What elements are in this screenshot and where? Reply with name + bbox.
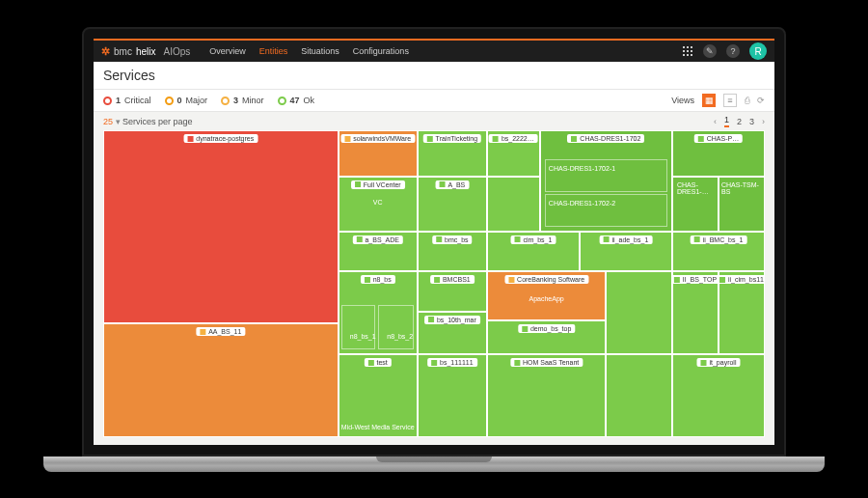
page-1[interactable]: 1	[724, 115, 729, 127]
tile-a-bs[interactable]: A_BS	[418, 177, 487, 232]
nav-configurations[interactable]: Configurations	[353, 46, 409, 56]
tile-ii-bs-top[interactable]: II_BS_TOP	[672, 271, 719, 354]
tile-n8-bs[interactable]: n8_bs n8_bs_1 n8_bs_2	[339, 271, 418, 354]
tile-corebanking[interactable]: CoreBanking Software ApacheApp	[487, 271, 606, 320]
views-label: Views	[671, 96, 694, 105]
perpage-label: Services per page	[122, 117, 193, 126]
status-critical[interactable]: 1 Critical	[103, 96, 151, 105]
tile-hom-saas[interactable]: HOM SaaS Tenant	[487, 354, 606, 437]
list-view-icon[interactable]: ≡	[723, 94, 737, 107]
perpage-caret-icon[interactable]: ▾	[113, 117, 122, 126]
laptop-base	[43, 456, 825, 472]
services-treemap: dynatrace-postgres AA_BS_11 solarwindsVM…	[103, 130, 765, 437]
tile-chas-tsm[interactable]: CHAS-TSM-BS	[719, 177, 765, 232]
tile-test[interactable]: test Mid-West Media Service	[339, 354, 418, 437]
minor-dot-icon	[221, 97, 230, 105]
brand-product: AIOps	[163, 46, 190, 57]
tile-spacer-3[interactable]	[606, 354, 672, 437]
nav-overview[interactable]: Overview	[209, 46, 246, 56]
app-screen: ✲ bmc helix AIOps Overview Entities Situ…	[94, 39, 774, 445]
tile-ii-cim[interactable]: ii_cim_bs11	[719, 271, 765, 354]
status-bar: 1 Critical 0 Major 3 Minor 47 Ok Views ▦	[94, 89, 774, 112]
nav-entities[interactable]: Entities	[259, 46, 288, 56]
tile-cim-bs-1[interactable]: cim_bs_1	[487, 232, 580, 271]
apps-grid-icon[interactable]	[682, 45, 693, 57]
page-title: Services	[94, 62, 774, 89]
brand-bmc: bmc	[114, 46, 132, 57]
page-3[interactable]: 3	[749, 117, 754, 126]
status-major[interactable]: 0 Major	[165, 96, 208, 105]
tile-chas-dres1b[interactable]: CHAS-DRES1-…	[672, 177, 719, 232]
tile-full-vcenter[interactable]: Full VCenter VC	[339, 177, 418, 232]
brand: ✲ bmc helix AIOps	[101, 45, 190, 58]
tile-a-bs-ade[interactable]: a_BS_ADE	[339, 232, 418, 271]
tile-bmcbs1[interactable]: BMCBS1	[418, 271, 487, 311]
refresh-icon[interactable]: ⟳	[757, 96, 765, 105]
tile-demo-bs[interactable]: demo_bs_top	[487, 320, 606, 354]
status-minor[interactable]: 3 Minor	[221, 96, 264, 105]
tile-ii-bmc[interactable]: ii_BMC_bs_1	[672, 232, 765, 271]
help-icon[interactable]: ?	[726, 44, 740, 58]
top-navbar: ✲ bmc helix AIOps Overview Entities Situ…	[94, 39, 774, 62]
tile-bmc-bs[interactable]: bmc_bs	[418, 232, 487, 271]
page-next-icon[interactable]: ›	[762, 117, 765, 126]
bmc-logo-icon: ✲	[101, 45, 110, 58]
pager: ‹ 1 2 3 ›	[714, 115, 765, 127]
settings-gear-icon[interactable]: ✎	[703, 44, 717, 58]
tile-spacer-2[interactable]	[606, 271, 672, 354]
nav-situations[interactable]: Situations	[301, 46, 339, 56]
tile-chas-dres1[interactable]: CHAS-DRES1-1702 CHAS-DRES1-1702-1 CHAS-D…	[540, 130, 672, 232]
toolbar-row: 25 ▾ Services per page ‹ 1 2 3 ›	[94, 112, 774, 130]
brand-helix: helix	[136, 46, 156, 57]
tile-spacer-1[interactable]	[487, 177, 540, 232]
tile-bs111111[interactable]: bs_111111	[418, 354, 487, 437]
avatar[interactable]: R	[749, 42, 767, 60]
tile-bs2222[interactable]: bs_2222…	[487, 130, 540, 177]
tile-dynatrace[interactable]: dynatrace-postgres	[103, 130, 339, 323]
tile-bs10th[interactable]: bs_10th_mar	[418, 312, 487, 355]
pin-icon[interactable]: ⎙	[745, 96, 749, 105]
tile-chas-p[interactable]: CHAS-P…	[672, 130, 765, 177]
page-prev-icon[interactable]: ‹	[714, 117, 717, 126]
status-ok[interactable]: 47 Ok	[278, 96, 315, 105]
tile-ii-ade[interactable]: ii_ade_bs_1	[580, 232, 672, 271]
tile-it-payroll[interactable]: it_payroll	[672, 354, 765, 437]
nav-links: Overview Entities Situations Configurati…	[209, 46, 409, 56]
treemap-view-icon[interactable]: ▦	[702, 94, 716, 107]
ok-dot-icon	[278, 97, 286, 105]
tile-trainticketing[interactable]: TrainTicketing	[418, 130, 487, 177]
critical-dot-icon	[103, 97, 112, 105]
page-2[interactable]: 2	[737, 117, 742, 126]
tile-solarwinds[interactable]: solarwindsVMWare	[339, 130, 418, 177]
major-dot-icon	[165, 97, 174, 105]
tile-aa-bs-11[interactable]: AA_BS_11	[103, 323, 339, 437]
perpage-count[interactable]: 25	[103, 117, 113, 126]
